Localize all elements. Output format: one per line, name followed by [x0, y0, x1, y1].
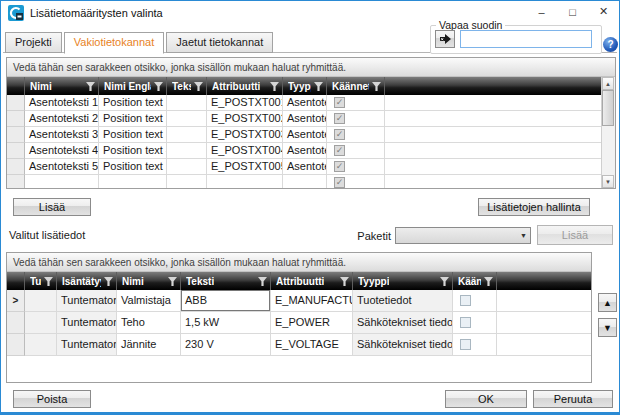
cell-kaannetaan[interactable]: ✓ [327, 159, 385, 175]
column-header-tun[interactable]: Tun [25, 272, 57, 290]
filter-icon[interactable] [270, 82, 279, 91]
checkbox[interactable]: ✓ [334, 113, 345, 124]
row-selector[interactable]: > [7, 290, 25, 312]
scroll-down-button[interactable]: ▼ [602, 175, 614, 188]
vertical-scrollbar[interactable]: ▲ ▼ [601, 77, 615, 188]
remove-button[interactable]: Poista [13, 390, 91, 408]
cell-attribuutti[interactable]: E_POSTXT001 [207, 95, 283, 111]
table-row[interactable]: Asentoteksti 2Position text 2E_POSTXT002… [7, 111, 602, 127]
checkbox[interactable] [460, 339, 471, 350]
filter-icon[interactable] [340, 277, 349, 286]
cell-kaannet[interactable] [453, 290, 497, 312]
cell-nimi_englanti[interactable]: Position text 4 [99, 143, 167, 159]
cell-isantatyyppi[interactable]: Tuntematon [57, 334, 117, 356]
cell-tun[interactable] [25, 334, 57, 356]
tab-vakiotietokannat[interactable]: Vakiotietokannat [64, 32, 165, 54]
scrollbar-thumb[interactable] [602, 90, 614, 126]
cell-teksti[interactable] [167, 143, 207, 159]
filter-icon[interactable] [44, 277, 53, 286]
column-header-kaannetaan[interactable]: Käännetään [327, 77, 385, 95]
filter-icon[interactable] [194, 82, 203, 91]
column-header-kaannet[interactable]: Käännet [453, 272, 497, 290]
table-row[interactable]: >TuntematonValmistajaABBE_MANUFACTURERTu… [7, 290, 591, 312]
checkbox[interactable] [460, 317, 471, 328]
row-selector[interactable] [7, 95, 25, 111]
tab-projekti[interactable]: Projekti [5, 32, 62, 53]
cell-kaannetaan[interactable]: ✓ [327, 111, 385, 127]
cell-teksti[interactable] [167, 95, 207, 111]
ok-button[interactable]: OK [445, 390, 527, 408]
add-button[interactable]: Lisää [13, 198, 91, 216]
cell-teksti[interactable] [167, 159, 207, 175]
table-row[interactable]: ✓ [7, 175, 602, 189]
minimize-button[interactable]: – [526, 1, 557, 22]
column-header-nimi_englanti[interactable]: Nimi Englanti [99, 77, 167, 95]
cell-tun[interactable] [25, 290, 57, 312]
manage-additional-data-button[interactable]: Lisätietojen hallinta [478, 198, 590, 216]
filter-icon[interactable] [372, 82, 381, 91]
packages-dropdown[interactable]: ▼ [395, 227, 531, 244]
column-header-tyyppi[interactable]: Tyyppi [353, 272, 453, 290]
cell-kaannetaan[interactable]: ✓ [327, 95, 385, 111]
cell-tyyppi[interactable]: Tuotetiedot [353, 290, 453, 312]
cell-isantatyyppi[interactable]: Tuntematon [57, 290, 117, 312]
cell-nimi[interactable]: Asentoteksti 5 [25, 159, 99, 175]
column-header-teksti[interactable]: Teksti [181, 272, 271, 290]
row-selector[interactable] [7, 334, 25, 356]
move-up-button[interactable]: ▲ [598, 293, 617, 312]
cell-attribuutti[interactable]: E_POWER [271, 312, 353, 334]
close-button[interactable]: ✕ [588, 1, 619, 22]
column-header-tyyppi[interactable]: Tyyppi [283, 77, 327, 95]
cell-nimi_englanti[interactable]: Position text 5 [99, 159, 167, 175]
filter-icon[interactable] [484, 277, 493, 286]
row-selector[interactable] [7, 111, 25, 127]
column-header-teksti[interactable]: Teksti [167, 77, 207, 95]
cell-nimi[interactable]: Asentoteksti 4 [25, 143, 99, 159]
cell-nimi[interactable]: Asentoteksti 3 [25, 127, 99, 143]
cell-tyyppi[interactable]: Asentote [283, 159, 327, 175]
cell-attribuutti[interactable]: E_POSTXT004 [207, 143, 283, 159]
cell-tyyppi[interactable]: Asentote [283, 143, 327, 159]
cell-attribuutti[interactable]: E_VOLTAGE [271, 334, 353, 356]
cell-teksti[interactable] [167, 111, 207, 127]
cell-nimi[interactable]: Jännite [117, 334, 181, 356]
cell-teksti[interactable] [167, 127, 207, 143]
cancel-button[interactable]: Peruuta [533, 390, 613, 408]
apply-filter-button[interactable] [435, 30, 455, 48]
cell-tun[interactable] [25, 312, 57, 334]
scroll-up-button[interactable]: ▲ [602, 77, 614, 90]
row-selector[interactable] [7, 175, 25, 189]
cell-tyyppi[interactable]: Sähkötekniset tiedot [353, 312, 453, 334]
table-row[interactable]: TuntematonJännite230 VE_VOLTAGESähkötekn… [7, 334, 591, 356]
checkbox[interactable]: ✓ [334, 129, 345, 140]
filter-icon[interactable] [258, 277, 267, 286]
cell-attribuutti[interactable]: E_POSTXT003 [207, 127, 283, 143]
cell-nimi[interactable] [25, 175, 99, 189]
tab-jaetut-tietokannat[interactable]: Jaetut tietokannat [166, 32, 273, 53]
table-row[interactable]: Asentoteksti 3Position text 3E_POSTXT003… [7, 127, 602, 143]
cell-nimi_englanti[interactable]: Position text 3 [99, 127, 167, 143]
cell-attribuutti[interactable]: E_POSTXT005 [207, 159, 283, 175]
checkbox[interactable]: ✓ [334, 177, 345, 188]
filter-icon[interactable] [440, 277, 449, 286]
table-row[interactable]: Asentoteksti 5Position text 5E_POSTXT005… [7, 159, 602, 175]
filter-icon[interactable] [314, 82, 323, 91]
cell-kaannetaan[interactable]: ✓ [327, 175, 385, 189]
row-selector[interactable] [7, 127, 25, 143]
cell-teksti[interactable]: ABB [181, 290, 271, 312]
checkbox[interactable]: ✓ [334, 161, 345, 172]
cell-tyyppi[interactable]: Asentote [283, 95, 327, 111]
filter-icon[interactable] [168, 277, 177, 286]
cell-nimi[interactable]: Valmistaja [117, 290, 181, 312]
cell-nimi_englanti[interactable]: Position text 2 [99, 111, 167, 127]
cell-tyyppi[interactable]: Asentote [283, 127, 327, 143]
column-header-nimi[interactable]: Nimi [25, 77, 99, 95]
cell-nimi[interactable]: Teho [117, 312, 181, 334]
cell-tyyppi[interactable]: Asentote [283, 111, 327, 127]
cell-kaannet[interactable] [453, 334, 497, 356]
cell-teksti[interactable]: 230 V [181, 334, 271, 356]
table-row[interactable]: Asentoteksti 4Position text 4E_POSTXT004… [7, 143, 602, 159]
checkbox[interactable] [460, 295, 471, 306]
packages-add-button[interactable]: Lisää [537, 225, 613, 245]
cell-kaannetaan[interactable]: ✓ [327, 143, 385, 159]
